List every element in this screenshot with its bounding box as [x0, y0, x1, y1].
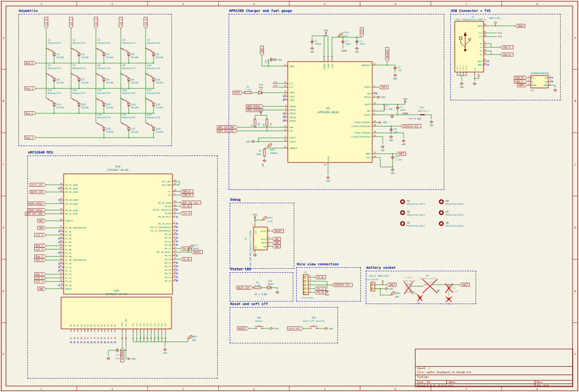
mounting-hole-icon	[439, 222, 443, 225]
value: Mounting_Hole	[407, 225, 425, 228]
frame-row-label: F	[2, 353, 4, 356]
frame-col-label: 7	[466, 388, 467, 391]
date-label: Date:	[449, 381, 457, 384]
frame-row-label: A	[575, 36, 576, 39]
ref: H3	[407, 222, 410, 224]
frame-row-label: E	[575, 290, 576, 293]
title-block-divider	[446, 380, 447, 384]
mounting-hole-icon	[401, 222, 404, 225]
mounting-hole-h4[interactable]: H4Mounting_Hole	[439, 200, 464, 206]
section-title-usb: USB Connector + TVS	[451, 9, 491, 13]
value: Mounting_Hole	[407, 214, 425, 217]
value: Mounting_Hole	[446, 203, 464, 206]
sheet-label: Sheet: /	[417, 367, 430, 370]
frame-col-label: 8	[536, 2, 538, 5]
frame-col-label: 3	[182, 388, 184, 391]
mounting-hole-icon	[401, 211, 404, 214]
section-title-npm1300: NPM1300 Charger and fuel gauge	[229, 9, 292, 13]
frame-col-label: 5	[324, 388, 326, 391]
frame-row-label: E	[2, 290, 4, 293]
frame-row-label: B	[575, 99, 576, 102]
title-label: Title:	[417, 375, 429, 379]
section-title-reset: Reset and soft off	[230, 302, 268, 306]
mounting-hole-h5[interactable]: H5Mounting_Hole	[439, 211, 464, 217]
ref: H2	[407, 211, 410, 213]
title-block-divider	[415, 366, 573, 367]
frame-col-label: 2	[111, 388, 113, 391]
frame-row-label: C	[2, 163, 4, 166]
mounting-holes: H1Mounting_HoleH2Mounting_HoleH3Mounting…	[401, 200, 464, 228]
frame-col-label: 8	[536, 388, 538, 391]
sheet-id-label: Id: 1/2	[537, 384, 548, 387]
section-keymatrix: Keymatrix	[18, 14, 172, 146]
mounting-hole-icon	[401, 200, 404, 203]
frame-col-label: 6	[395, 388, 396, 391]
section-npm1300: NPM1300 Charger and fuel gauge	[229, 14, 444, 190]
title-block-divider	[415, 380, 573, 381]
value: Mounting_Hole	[446, 225, 464, 228]
frame-col-label: 1	[41, 2, 42, 5]
frame-row-label: B	[2, 99, 4, 102]
rev-label: Rev:	[537, 381, 543, 384]
value: Mounting_Hole	[446, 214, 464, 217]
frame-col-label: 7	[466, 2, 467, 5]
frame-col-label: 4	[253, 2, 254, 5]
frame-row-label: A	[2, 36, 4, 39]
value: Mounting_Hole	[407, 203, 425, 206]
section-title-debug: Debug	[230, 198, 241, 202]
section-title-status-led: Status LED	[230, 267, 251, 271]
mounting-hole-h1[interactable]: H1Mounting_Hole	[401, 200, 425, 206]
frame-col-label: 1	[41, 388, 42, 391]
ref: H1	[407, 200, 410, 202]
mounting-hole-h6[interactable]: H6Mounting_Hole	[439, 222, 464, 228]
ref: H6	[446, 222, 449, 224]
frame-col-label: 5	[324, 2, 326, 5]
section-title-niceview: Nice view connection	[297, 262, 338, 266]
file-label: File: wafer_keyboard_v3.kicad_sch	[417, 371, 471, 374]
mounting-hole-h2[interactable]: H2Mounting_Hole	[401, 211, 425, 217]
section-title-mcu: nRF52840 MCU	[28, 151, 53, 155]
mounting-hole-icon	[439, 211, 443, 214]
section-debug: Debug	[230, 203, 294, 269]
section-title-keymatrix: Keymatrix	[19, 9, 38, 13]
section-title-battery: battery socket	[366, 266, 396, 270]
mounting-hole-icon	[439, 200, 443, 203]
ref: H4	[446, 200, 449, 202]
kicad-schematic-page: 1122334455667788AABBCCDDEEFFCol 0Col 1Co…	[0, 0, 579, 392]
title-block-divider	[415, 375, 573, 375]
frame-row-label: D	[575, 226, 576, 229]
section-niceview: Nice view connection	[296, 267, 361, 302]
title-block: Sheet: / File: wafer_keyboard_v3.kicad_s…	[415, 349, 573, 387]
frame-row-label: F	[575, 353, 576, 356]
frame-col-label: 3	[182, 2, 184, 5]
frame-row-label: C	[575, 163, 576, 166]
ref: H5	[446, 211, 449, 213]
frame-col-label: 4	[253, 388, 254, 391]
size-label: Size: A3	[417, 381, 430, 384]
section-mcu: nRF52840 MCU	[27, 156, 218, 379]
title-block-divider	[535, 380, 535, 387]
section-status-led: Status LED	[230, 272, 293, 302]
frame-col-label: 6	[395, 2, 396, 5]
section-reset: Reset and soft off	[230, 307, 338, 343]
frame-row-label: D	[2, 226, 4, 229]
section-battery: battery socket	[366, 271, 476, 304]
frame-col-label: 2	[111, 2, 113, 5]
mounting-hole-h3[interactable]: H3Mounting_Hole	[401, 222, 425, 228]
section-usb: USB Connector + TVS	[450, 14, 561, 100]
app-version-label: KiCad E.D.A. 9.0.6-rc1	[417, 384, 453, 387]
